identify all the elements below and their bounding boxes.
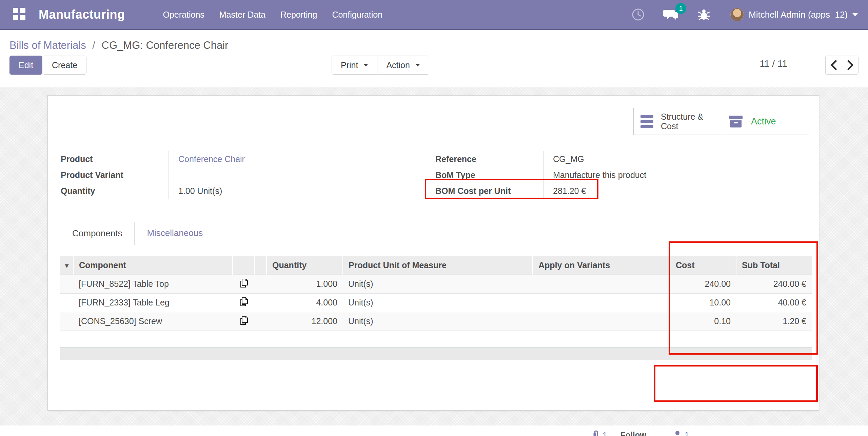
messages-icon[interactable]: 1 <box>663 8 679 21</box>
user-avatar[interactable] <box>730 8 744 21</box>
cell-cost: 0.10 <box>670 312 736 331</box>
cell-subtotal: 1.20 € <box>736 312 812 331</box>
follow-button[interactable]: Follow <box>620 430 646 436</box>
cell-variants <box>533 275 670 293</box>
action-label: Action <box>386 60 410 70</box>
header-icon-spacer <box>233 256 255 275</box>
structure-cost-button[interactable]: Structure & Cost <box>633 108 721 135</box>
apps-grid-square <box>20 8 25 13</box>
field-group-left: Product Conference Chair Product Variant… <box>61 151 400 199</box>
cell-component: [FURN_8522] Table Top <box>73 275 233 293</box>
field-label-quantity: Quantity <box>61 183 169 199</box>
field-label-bom-type: BoM Type <box>435 167 543 183</box>
cell-quantity: 12.000 <box>267 312 343 331</box>
field-value-product-variant <box>169 167 400 183</box>
components-table: ▾ Component Quantity Product Unit of Mea… <box>60 256 812 331</box>
cell-uom: Unit(s) <box>343 293 533 312</box>
followers-count: 1 <box>685 430 689 436</box>
nav-menu-reporting[interactable]: Reporting <box>280 10 317 20</box>
create-button[interactable]: Create <box>43 56 86 75</box>
user-menu-caret-icon[interactable] <box>852 13 858 16</box>
header-spacer <box>255 256 267 275</box>
cell-subtotal: 40.00 € <box>736 293 812 312</box>
pager-value: 11 / 11 <box>760 58 787 69</box>
user-menu[interactable]: Mitchell Admin (apps_12) <box>749 9 848 20</box>
table-footer-bar <box>60 347 812 360</box>
notebook-tabs: Components Miscellaneous <box>60 222 808 245</box>
control-panel: Bills of Materials / CG_MG: Conference C… <box>0 31 868 87</box>
cell-variants <box>533 293 670 312</box>
copy-icon[interactable] <box>233 312 255 331</box>
header-uom[interactable]: Product Unit of Measure <box>343 256 533 275</box>
followers-person-icon[interactable]: 1 <box>673 430 689 436</box>
header-subtotal[interactable]: Sub Total <box>736 256 812 275</box>
table-row[interactable]: [FURN_8522] Table Top 1.000 Unit(s) 240.… <box>60 275 812 293</box>
header-quantity[interactable]: Quantity <box>267 256 343 275</box>
form-sheet: Structure & Cost Active Product Conferen… <box>47 95 819 411</box>
top-navbar: Manufacturing Operations Master Data Rep… <box>0 0 868 30</box>
apps-grid-square <box>13 8 18 13</box>
nav-menu-configuration[interactable]: Configuration <box>332 10 382 20</box>
pager-buttons <box>825 56 859 75</box>
nav-menu-master-data[interactable]: Master Data <box>219 10 265 20</box>
debug-bug-icon[interactable] <box>697 8 711 21</box>
chatter-bar: 1 Follow 1 <box>0 425 868 436</box>
cell-uom: Unit(s) <box>343 275 533 293</box>
nav-menu-operations[interactable]: Operations <box>163 10 204 20</box>
field-label-reference: Reference <box>435 151 543 167</box>
table-row[interactable]: [CONS_25630] Screw 12.000 Unit(s) 0.10 1… <box>60 312 812 331</box>
pager-previous-button[interactable] <box>825 56 842 75</box>
print-button[interactable]: Print <box>332 56 377 75</box>
structure-cost-icon <box>640 115 653 128</box>
cell-subtotal: 240.00 € <box>736 275 812 293</box>
field-value-product[interactable]: Conference Chair <box>169 151 400 167</box>
cell-component: [CONS_25630] Screw <box>73 312 233 331</box>
cell-cost: 240.00 <box>670 275 736 293</box>
header-cost[interactable]: Cost <box>670 256 736 275</box>
tab-miscellaneous[interactable]: Miscellaneous <box>135 222 215 245</box>
cell-cost: 10.00 <box>670 293 736 312</box>
structure-cost-label: Structure & Cost <box>661 112 714 131</box>
apps-grid-square <box>20 15 25 20</box>
apps-grid-square <box>13 15 18 20</box>
field-value-bom-cost-per-unit: 281.20 € <box>543 183 774 199</box>
print-action-group: Print Action <box>332 56 429 75</box>
copy-icon[interactable] <box>233 293 255 312</box>
field-value-bom-type: Manufacture this product <box>543 167 774 183</box>
tab-components[interactable]: Components <box>60 222 135 245</box>
field-label-bom-cost-per-unit: BOM Cost per Unit <box>435 183 543 199</box>
breadcrumb-current: CG_MG: Conference Chair <box>102 39 229 51</box>
cell-variants <box>533 312 670 331</box>
copy-icon[interactable] <box>233 275 255 293</box>
print-label: Print <box>341 60 358 70</box>
cell-quantity: 1.000 <box>267 275 343 293</box>
breadcrumb-parent-link[interactable]: Bills of Materials <box>9 39 86 51</box>
edit-button[interactable]: Edit <box>9 56 42 75</box>
header-component[interactable]: Component <box>73 256 233 275</box>
field-value-quantity: 1.00 Unit(s) <box>169 183 400 199</box>
breadcrumb: Bills of Materials / CG_MG: Conference C… <box>9 39 228 52</box>
app-title[interactable]: Manufacturing <box>39 7 125 22</box>
attachment-paperclip-icon[interactable]: 1 <box>592 430 607 436</box>
nav-menus: Operations Master Data Reporting Configu… <box>163 10 383 20</box>
print-caret-icon <box>363 64 368 66</box>
table-row[interactable]: [FURN_2333] Table Leg 4.000 Unit(s) 10.0… <box>60 293 812 312</box>
cell-component: [FURN_2333] Table Leg <box>73 293 233 312</box>
sort-caret-icon[interactable]: ▾ <box>60 256 73 275</box>
active-toggle-button[interactable]: Active <box>721 108 809 135</box>
field-value-reference: CG_MG <box>543 151 774 167</box>
navbar-right: 1 Mitchell Admin (apps_12) <box>613 8 858 21</box>
action-button[interactable]: Action <box>377 56 429 75</box>
pager-next-button[interactable] <box>842 56 859 75</box>
total-separator <box>660 371 812 371</box>
messages-badge: 1 <box>675 3 686 14</box>
activities-clock-icon[interactable] <box>631 8 645 21</box>
header-variants[interactable]: Apply on Variants <box>533 256 670 275</box>
apps-menu-icon[interactable] <box>13 8 26 21</box>
attachment-count: 1 <box>603 431 607 436</box>
field-label-product-variant: Product Variant <box>61 167 169 183</box>
table-header-row: ▾ Component Quantity Product Unit of Mea… <box>60 256 812 275</box>
active-label: Active <box>751 116 776 127</box>
cell-quantity: 4.000 <box>267 293 343 312</box>
stat-button-box: Structure & Cost Active <box>633 108 809 135</box>
